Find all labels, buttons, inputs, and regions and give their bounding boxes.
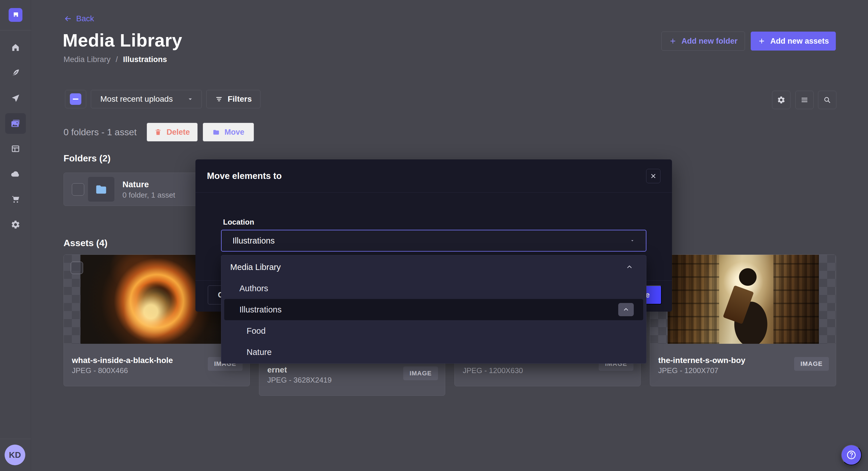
delete-button[interactable]: Delete [147, 123, 198, 142]
selection-summary: 0 folders - 1 asset [64, 123, 136, 142]
sidebar-item-deploy[interactable] [10, 169, 21, 179]
folder-icon [95, 183, 108, 196]
arrow-left-icon [64, 14, 72, 23]
folder-name: Nature [122, 180, 149, 189]
page-title: Media Library [63, 30, 182, 51]
strapi-logo-icon [11, 11, 20, 19]
option-label: Authors [240, 284, 268, 293]
sort-select-value: Most recent uploads [100, 95, 173, 104]
folder-tile [88, 177, 114, 202]
modal-close-button[interactable] [646, 169, 660, 183]
gear-icon [11, 220, 21, 230]
caret-down-icon [629, 237, 636, 244]
feather-icon [11, 68, 21, 78]
help-button[interactable] [841, 445, 862, 465]
back-label: Back [76, 14, 94, 23]
sidebar-item-home[interactable] [10, 42, 21, 53]
assets-heading: Assets (4) [64, 238, 107, 248]
folders-heading: Folders (2) [64, 153, 111, 164]
folder-icon [212, 128, 220, 136]
add-new-assets-button[interactable]: Add new assets [751, 32, 836, 51]
collapse-children-button[interactable] [618, 303, 634, 316]
modal-header: Move elements to [195, 159, 672, 193]
chevron-up-icon [622, 306, 630, 313]
breadcrumb-current: Illustrations [123, 55, 167, 64]
asset-meta: JPEG - 800X466 [72, 366, 128, 375]
settings-icon [777, 96, 785, 104]
sidebar-item-marketplace[interactable] [10, 194, 21, 204]
add-new-folder-button[interactable]: Add new folder [661, 32, 745, 51]
strapi-logo[interactable] [9, 8, 23, 22]
location-dropdown: Media Library Authors Illustrations Food… [221, 255, 646, 364]
question-mark-icon [846, 449, 857, 460]
images-icon [10, 118, 21, 129]
option-label: Nature [247, 347, 272, 357]
list-view-button[interactable] [795, 91, 814, 109]
dropdown-option-authors[interactable]: Authors [221, 278, 646, 299]
modal-title: Move elements to [207, 171, 282, 181]
delete-label: Delete [166, 128, 190, 137]
option-label: Media Library [230, 263, 281, 272]
asset-name: what-s-inside-a-black-hole [72, 356, 173, 365]
option-label: Illustrations [240, 305, 282, 314]
checkbox-indeterminate-mark [70, 93, 81, 105]
breadcrumb: Media Library / Illustrations [64, 55, 167, 64]
sidebar-item-releases[interactable] [10, 93, 21, 103]
filter-icon [215, 95, 223, 103]
sidebar-item-content-type-builder[interactable] [10, 144, 21, 154]
plus-icon [669, 37, 677, 45]
paper-plane-icon [11, 93, 21, 103]
asset-name: the-internet-s-own-boy [658, 356, 745, 365]
asset-checkbox[interactable] [71, 262, 83, 274]
search-icon [823, 96, 832, 104]
folder-meta: 0 folder, 1 asset [122, 191, 175, 200]
asset-type-badge: IMAGE [403, 366, 438, 380]
sidebar: KD [0, 0, 31, 471]
close-icon [650, 172, 657, 180]
breadcrumb-parent[interactable]: Media Library [64, 55, 111, 64]
home-icon [11, 43, 21, 53]
search-button[interactable] [818, 91, 836, 109]
sidebar-divider-bottom [0, 439, 31, 439]
location-combobox[interactable]: Illustrations [221, 230, 646, 251]
app-root: KD Back Media Library Media Library / Il… [0, 0, 868, 471]
location-label: Location [223, 218, 254, 227]
add-new-folder-label: Add new folder [681, 37, 738, 46]
dropdown-option-nature[interactable]: Nature [221, 341, 646, 363]
filters-label: Filters [228, 95, 252, 104]
asset-thumbnail [650, 255, 836, 344]
asset-meta: JPEG - 3628X2419 [267, 376, 332, 384]
plus-icon [757, 37, 766, 45]
view-settings-button[interactable] [772, 91, 790, 109]
cart-icon [11, 195, 21, 204]
select-all-checkbox[interactable] [65, 90, 86, 108]
avatar[interactable]: KD [5, 445, 25, 465]
filters-button[interactable]: Filters [206, 90, 260, 108]
sidebar-item-settings[interactable] [10, 220, 21, 230]
back-link[interactable]: Back [64, 14, 94, 24]
sidebar-item-content[interactable] [10, 68, 21, 78]
dropdown-option-illustrations[interactable]: Illustrations [224, 299, 643, 320]
chevron-down-icon [187, 95, 194, 103]
asset-name: ernet [267, 365, 287, 374]
library-photo [668, 255, 819, 344]
breadcrumb-separator: / [116, 55, 118, 64]
dropdown-option-media-library[interactable]: Media Library [221, 257, 646, 278]
dropdown-option-food[interactable]: Food [221, 320, 646, 341]
location-value: Illustrations [232, 236, 275, 245]
folder-checkbox[interactable] [72, 183, 84, 196]
avatar-initials: KD [9, 450, 21, 460]
asset-card[interactable]: the-internet-s-own-boy JPEG - 1200X707 I… [650, 255, 836, 386]
option-label: Food [247, 326, 266, 336]
sort-select[interactable]: Most recent uploads [91, 90, 202, 108]
move-button[interactable]: Move [203, 123, 254, 142]
cloud-icon [10, 169, 21, 179]
add-new-assets-label: Add new assets [770, 37, 829, 46]
asset-meta: JPEG - 1200X707 [658, 366, 718, 375]
sidebar-item-media-library[interactable] [5, 113, 26, 134]
trash-icon [154, 128, 162, 136]
list-icon [800, 96, 809, 104]
layout-icon [11, 144, 21, 154]
move-label: Move [224, 128, 244, 137]
chevron-up-icon[interactable] [625, 263, 633, 271]
